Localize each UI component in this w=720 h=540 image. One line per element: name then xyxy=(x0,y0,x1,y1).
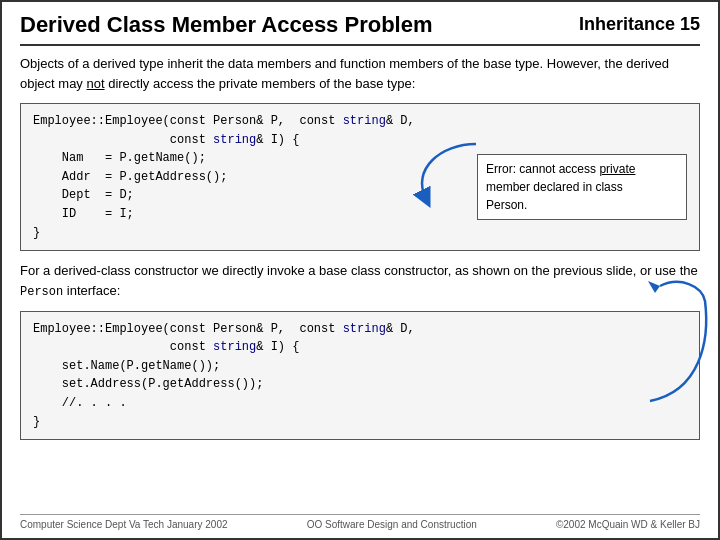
code-line-1: Employee::Employee(const Person& P, cons… xyxy=(33,112,687,131)
code2-line-4: set.Address(P.getAddress()); xyxy=(33,375,687,394)
code2-line-2: const string& I) { xyxy=(33,338,687,357)
footer-right: ©2002 McQuain WD & Keller BJ xyxy=(556,519,700,530)
code2-line-5: //. . . . xyxy=(33,394,687,413)
code-line-7: } xyxy=(33,224,687,243)
footer-left: Computer Science Dept Va Tech January 20… xyxy=(20,519,228,530)
code2-line-6: } xyxy=(33,413,687,432)
footer: Computer Science Dept Va Tech January 20… xyxy=(20,514,700,530)
code-line-2: const string& I) { xyxy=(33,131,687,150)
code2-line-1: Employee::Employee(const Person& P, cons… xyxy=(33,320,687,339)
slide-number: Inheritance 15 xyxy=(579,12,700,35)
page-title: Derived Class Member Access Problem xyxy=(20,12,433,38)
code-block-1: Employee::Employee(const Person& P, cons… xyxy=(20,103,700,251)
code2-line-3: set.Name(P.getName()); xyxy=(33,357,687,376)
person-code-ref: Person xyxy=(20,285,63,299)
intro-text: Objects of a derived type inherit the da… xyxy=(20,54,700,93)
second-para: For a derived-class constructor we direc… xyxy=(20,261,700,301)
error-box: Error: cannot access privatemember decla… xyxy=(477,154,687,220)
code-block-2: Employee::Employee(const Person& P, cons… xyxy=(20,311,700,441)
footer-center: OO Software Design and Construction xyxy=(307,519,477,530)
